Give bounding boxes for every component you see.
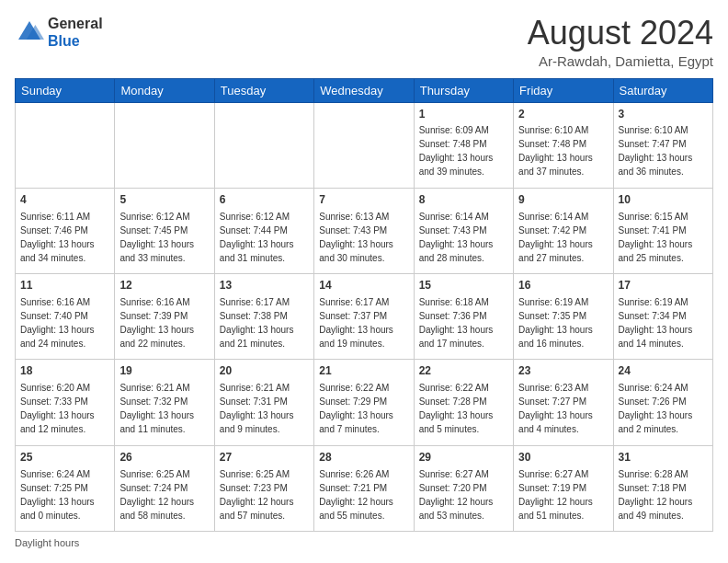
day-info: Sunrise: 6:22 AMSunset: 7:28 PMDaylight:… xyxy=(419,381,508,436)
day-number: 16 xyxy=(518,278,608,293)
day-number: 31 xyxy=(619,450,708,465)
day-cell: 5Sunrise: 6:12 AMSunset: 7:45 PMDaylight… xyxy=(115,188,214,273)
day-cell: 17Sunrise: 6:19 AMSunset: 7:34 PMDayligh… xyxy=(613,274,712,360)
day-number: 13 xyxy=(220,278,309,293)
day-cell: 3Sunrise: 6:10 AMSunset: 7:47 PMDaylight… xyxy=(613,102,712,188)
day-number: 12 xyxy=(119,278,209,293)
day-number: 7 xyxy=(319,192,408,208)
day-cell: 24Sunrise: 6:24 AMSunset: 7:26 PMDayligh… xyxy=(613,360,712,445)
day-cell: 30Sunrise: 6:27 AMSunset: 7:19 PMDayligh… xyxy=(514,445,613,531)
col-header-sunday: Sunday xyxy=(16,78,115,102)
day-info: Sunrise: 6:10 AMSunset: 7:47 PMDaylight:… xyxy=(619,123,708,178)
day-info: Sunrise: 6:15 AMSunset: 7:41 PMDaylight:… xyxy=(619,210,708,265)
day-cell: 15Sunrise: 6:18 AMSunset: 7:36 PMDayligh… xyxy=(414,274,513,360)
day-number: 23 xyxy=(518,363,608,379)
day-cell: 8Sunrise: 6:14 AMSunset: 7:43 PMDaylight… xyxy=(414,188,513,273)
calendar-table: SundayMondayTuesdayWednesdayThursdayFrid… xyxy=(15,78,713,532)
day-info: Sunrise: 6:28 AMSunset: 7:18 PMDaylight:… xyxy=(619,467,708,523)
day-number: 26 xyxy=(119,450,209,465)
day-cell: 22Sunrise: 6:22 AMSunset: 7:28 PMDayligh… xyxy=(414,360,513,445)
day-cell xyxy=(214,102,313,188)
day-number: 14 xyxy=(319,278,408,293)
day-number: 8 xyxy=(419,192,508,208)
day-number: 18 xyxy=(20,363,109,379)
day-info: Sunrise: 6:12 AMSunset: 7:44 PMDaylight:… xyxy=(220,210,309,265)
day-cell: 19Sunrise: 6:21 AMSunset: 7:32 PMDayligh… xyxy=(115,360,214,445)
day-cell: 10Sunrise: 6:15 AMSunset: 7:41 PMDayligh… xyxy=(613,188,712,273)
day-info: Sunrise: 6:13 AMSunset: 7:43 PMDaylight:… xyxy=(319,210,408,265)
day-cell: 9Sunrise: 6:14 AMSunset: 7:42 PMDaylight… xyxy=(514,188,613,273)
month-year: August 2024 xyxy=(528,15,713,52)
day-number: 2 xyxy=(518,107,608,122)
day-cell: 18Sunrise: 6:20 AMSunset: 7:33 PMDayligh… xyxy=(16,360,115,445)
day-number: 10 xyxy=(619,192,708,208)
day-number: 27 xyxy=(220,450,309,465)
day-cell: 12Sunrise: 6:16 AMSunset: 7:39 PMDayligh… xyxy=(115,274,214,360)
day-number: 3 xyxy=(619,107,708,122)
header-row: SundayMondayTuesdayWednesdayThursdayFrid… xyxy=(16,78,713,102)
day-number: 22 xyxy=(419,363,508,379)
day-cell xyxy=(16,102,115,188)
logo-general: General xyxy=(48,15,103,32)
day-number: 6 xyxy=(220,192,309,208)
day-cell: 13Sunrise: 6:17 AMSunset: 7:38 PMDayligh… xyxy=(214,274,313,360)
day-info: Sunrise: 6:25 AMSunset: 7:23 PMDaylight:… xyxy=(220,467,309,523)
day-cell: 1Sunrise: 6:09 AMSunset: 7:48 PMDaylight… xyxy=(414,102,513,188)
day-info: Sunrise: 6:24 AMSunset: 7:25 PMDaylight:… xyxy=(20,467,109,523)
day-info: Sunrise: 6:10 AMSunset: 7:48 PMDaylight:… xyxy=(518,123,608,178)
day-cell: 29Sunrise: 6:27 AMSunset: 7:20 PMDayligh… xyxy=(414,445,513,531)
logo-text: General Blue xyxy=(48,15,103,50)
day-number: 17 xyxy=(619,278,708,293)
day-number: 25 xyxy=(20,450,109,465)
logo-icon xyxy=(15,17,44,47)
day-cell: 25Sunrise: 6:24 AMSunset: 7:25 PMDayligh… xyxy=(16,445,115,531)
day-info: Sunrise: 6:25 AMSunset: 7:24 PMDaylight:… xyxy=(119,467,209,523)
day-number: 28 xyxy=(319,450,408,465)
page: General Blue August 2024 Ar-Rawdah, Dami… xyxy=(0,0,728,563)
day-cell: 28Sunrise: 6:26 AMSunset: 7:21 PMDayligh… xyxy=(314,445,414,531)
day-info: Sunrise: 6:14 AMSunset: 7:43 PMDaylight:… xyxy=(419,210,508,265)
day-cell: 21Sunrise: 6:22 AMSunset: 7:29 PMDayligh… xyxy=(314,360,414,445)
header: General Blue August 2024 Ar-Rawdah, Dami… xyxy=(15,15,713,69)
week-row-1: 1Sunrise: 6:09 AMSunset: 7:48 PMDaylight… xyxy=(16,102,713,188)
day-number: 24 xyxy=(619,363,708,379)
day-cell: 20Sunrise: 6:21 AMSunset: 7:31 PMDayligh… xyxy=(214,360,313,445)
day-cell xyxy=(115,102,214,188)
day-info: Sunrise: 6:12 AMSunset: 7:45 PMDaylight:… xyxy=(119,210,209,265)
day-info: Sunrise: 6:22 AMSunset: 7:29 PMDaylight:… xyxy=(319,381,408,436)
day-cell: 2Sunrise: 6:10 AMSunset: 7:48 PMDaylight… xyxy=(514,102,613,188)
col-header-saturday: Saturday xyxy=(613,78,712,102)
day-number: 11 xyxy=(20,278,109,293)
day-cell: 6Sunrise: 6:12 AMSunset: 7:44 PMDaylight… xyxy=(214,188,313,273)
logo-blue: Blue xyxy=(48,32,103,50)
day-info: Sunrise: 6:18 AMSunset: 7:36 PMDaylight:… xyxy=(419,295,508,350)
day-cell: 16Sunrise: 6:19 AMSunset: 7:35 PMDayligh… xyxy=(514,274,613,360)
week-row-4: 18Sunrise: 6:20 AMSunset: 7:33 PMDayligh… xyxy=(16,360,713,445)
footer-note: Daylight hours xyxy=(15,537,713,548)
col-header-thursday: Thursday xyxy=(414,78,513,102)
day-info: Sunrise: 6:24 AMSunset: 7:26 PMDaylight:… xyxy=(619,381,708,436)
day-number: 29 xyxy=(419,450,508,465)
day-number: 4 xyxy=(20,192,109,208)
day-info: Sunrise: 6:17 AMSunset: 7:37 PMDaylight:… xyxy=(319,295,408,350)
day-number: 19 xyxy=(119,363,209,379)
day-info: Sunrise: 6:16 AMSunset: 7:40 PMDaylight:… xyxy=(20,295,109,350)
day-number: 5 xyxy=(119,192,209,208)
day-cell: 31Sunrise: 6:28 AMSunset: 7:18 PMDayligh… xyxy=(613,445,712,531)
week-row-2: 4Sunrise: 6:11 AMSunset: 7:46 PMDaylight… xyxy=(16,188,713,273)
day-cell: 26Sunrise: 6:25 AMSunset: 7:24 PMDayligh… xyxy=(115,445,214,531)
week-row-3: 11Sunrise: 6:16 AMSunset: 7:40 PMDayligh… xyxy=(16,274,713,360)
day-info: Sunrise: 6:23 AMSunset: 7:27 PMDaylight:… xyxy=(518,381,608,436)
day-info: Sunrise: 6:09 AMSunset: 7:48 PMDaylight:… xyxy=(419,123,508,178)
week-row-5: 25Sunrise: 6:24 AMSunset: 7:25 PMDayligh… xyxy=(16,445,713,531)
day-cell: 11Sunrise: 6:16 AMSunset: 7:40 PMDayligh… xyxy=(16,274,115,360)
col-header-friday: Friday xyxy=(514,78,613,102)
location: Ar-Rawdah, Damietta, Egypt xyxy=(528,53,713,69)
day-cell: 14Sunrise: 6:17 AMSunset: 7:37 PMDayligh… xyxy=(314,274,414,360)
day-info: Sunrise: 6:14 AMSunset: 7:42 PMDaylight:… xyxy=(518,210,608,265)
day-cell: 23Sunrise: 6:23 AMSunset: 7:27 PMDayligh… xyxy=(514,360,613,445)
day-cell: 4Sunrise: 6:11 AMSunset: 7:46 PMDaylight… xyxy=(16,188,115,273)
day-cell: 7Sunrise: 6:13 AMSunset: 7:43 PMDaylight… xyxy=(314,188,414,273)
day-info: Sunrise: 6:21 AMSunset: 7:32 PMDaylight:… xyxy=(119,381,209,436)
day-info: Sunrise: 6:27 AMSunset: 7:19 PMDaylight:… xyxy=(518,467,608,523)
